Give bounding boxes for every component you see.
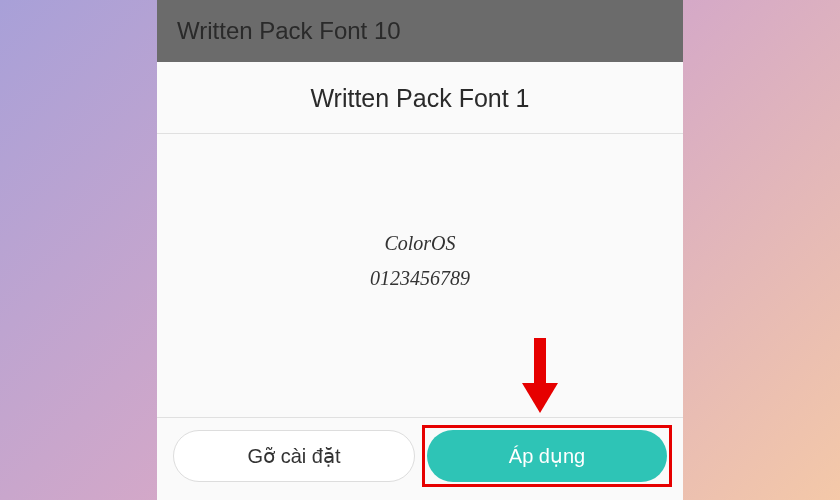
- apply-button-wrapper: Áp dụng: [427, 430, 667, 482]
- header-title: Written Pack Font 10: [177, 17, 401, 45]
- page-title: Written Pack Font 1: [157, 62, 683, 133]
- apply-button[interactable]: Áp dụng: [427, 430, 667, 482]
- preview-digits-text: 0123456789: [370, 267, 470, 290]
- button-row: Gỡ cài đặt Áp dụng: [157, 417, 683, 500]
- preview-brand-text: ColorOS: [384, 232, 455, 255]
- content-area: Written Pack Font 1 ColorOS 0123456789 G…: [157, 62, 683, 500]
- uninstall-button[interactable]: Gỡ cài đặt: [173, 430, 415, 482]
- header-bar: Written Pack Font 10: [157, 0, 683, 62]
- phone-screen: Written Pack Font 10 Written Pack Font 1…: [157, 0, 683, 500]
- font-preview-area: ColorOS 0123456789: [157, 134, 683, 417]
